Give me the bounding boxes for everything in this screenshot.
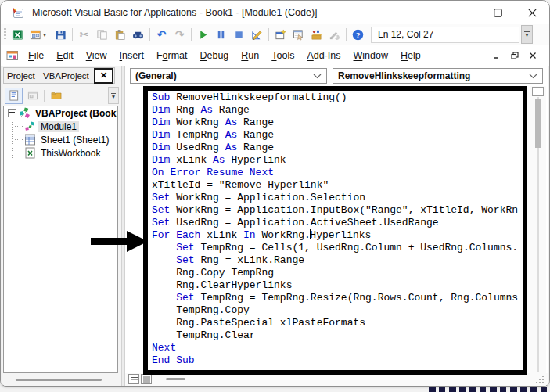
menu-item-run[interactable]: Run [235,47,265,64]
object-browser-button[interactable] [308,27,325,43]
code-line-15: Rng.Copy TempRng [152,267,523,279]
code-line-21: Next [152,342,523,354]
toolbar-separator [268,28,269,41]
tree-item-label: Sheet1 (Sheet1) [38,135,111,146]
toolbar-separator [49,28,49,41]
scrollbar-thumb[interactable] [166,378,185,380]
code-line-22: End Sub [152,354,523,367]
code-line-7: On Error Resume Next [152,167,523,179]
project-toolbar-options-button[interactable]: ▼ [108,87,119,104]
tree-item-thisworkbook[interactable]: ThisWorkbook [4,146,117,160]
view-object-button[interactable] [24,88,41,103]
toggle-folders-button[interactable] [48,88,64,103]
menu-bar: FileEditViewInsertFormatDebugRunToolsAdd… [1,45,549,67]
code-window-bottom-bar [125,373,548,386]
resize-grip[interactable] [536,376,545,383]
help-button[interactable]: ? [350,27,366,43]
sheet-icon [24,134,36,146]
toolbar-grip[interactable] [4,28,6,41]
menu-item-edit[interactable]: Edit [50,47,80,64]
title-bar: Microsoft Visual Basic for Applications … [1,1,549,24]
project-panel-header[interactable]: Project - VBAProject ✕ [3,67,115,84]
view-microsoft-excel-icon [12,29,23,41]
menu-item-tools[interactable]: Tools [265,47,300,64]
toolbar-options-button[interactable]: ▼ [521,25,533,44]
minimize-button[interactable] [446,1,480,24]
redo-button[interactable]: ↷ [171,27,188,43]
break-icon [215,29,227,41]
code-line-18: TempRng.Copy [152,304,523,317]
view-microsoft-excel-button[interactable] [9,27,26,43]
procedure-view-button[interactable] [128,374,139,384]
child-close-button[interactable] [526,49,540,63]
chevron-down-icon [313,70,322,81]
object-browser-icon [311,29,322,41]
run-macro-button[interactable] [195,27,211,43]
cursor-position-label: Ln 12, Col 27 [378,29,433,40]
code-line-16: Rng.ClearHyperlinks [152,279,523,292]
child-restore-button[interactable] [508,49,522,63]
code-line-1: Sub RemoveHlinkskeepformatting() [152,92,523,104]
scrollbar-thumb[interactable] [535,99,541,148]
design-mode-icon [251,29,263,41]
child-minimize-button[interactable] [490,49,504,63]
cut-button[interactable]: ✂ [76,27,92,43]
toolbox-button[interactable] [326,27,343,43]
code-line-17: Set TempRng = TempRng.Resize(Rng.Rows.Co… [152,292,523,304]
paste-button[interactable] [112,27,128,43]
menu-item-window[interactable]: Window [347,47,394,64]
menu-item-help[interactable]: Help [394,47,427,64]
design-mode-button[interactable] [249,27,265,43]
vba-app-icon [12,6,25,20]
properties-window-button[interactable] [290,27,307,43]
code-line-8: xTitleId = "Remove Hyperlink" [152,179,523,192]
menu-item-file[interactable]: File [22,47,50,64]
code-line-2: Dim Rng As Range [152,104,523,117]
full-module-view-button[interactable] [141,374,152,384]
dropdown-arrow-icon[interactable]: ▾ [43,31,46,38]
svg-text:?: ? [356,31,361,39]
menu-item-view[interactable]: View [80,47,113,64]
object-dropdown[interactable]: (General) [130,68,327,84]
maximize-button[interactable] [480,1,515,24]
annotation-arrow [91,231,148,252]
standard-toolbar: ▾✂↶↷? Ln 12, Col 27 ▼ [1,24,549,45]
split-handle[interactable] [532,87,544,96]
menu-item-addins[interactable]: Add-Ins [300,47,347,64]
tree-expander-minus[interactable] [8,109,16,117]
project-explorer-panel: Project - VBAProject ✕ ▼ VBAProject (Boo… [2,66,121,386]
project-explorer-icon [275,29,286,41]
view-code-icon [9,90,20,101]
child-minimize-icon [493,52,501,59]
copy-button[interactable] [94,27,110,43]
tree-item-sheet1-sheet1[interactable]: Sheet1 (Sheet1) [4,133,117,146]
menu-item-debug[interactable]: Debug [193,47,235,64]
insert-userform-button[interactable] [27,27,44,43]
project-explorer-button[interactable] [272,27,289,43]
module-window-icon[interactable] [6,49,19,62]
vba-editor-window: Microsoft Visual Basic for Applications … [0,0,550,387]
scrollbar-thumb[interactable] [16,379,102,381]
project-panel-close-button[interactable]: ✕ [94,68,113,84]
reset-button[interactable] [231,27,247,43]
tree-item-vbaproject-book1[interactable]: VBAProject (Book1) [4,106,117,120]
save-button[interactable] [52,27,69,43]
break-button[interactable] [213,27,229,43]
horizontal-scrollbar[interactable] [156,373,525,385]
toolbar-separator [149,28,150,41]
code-line-11: Set UsedRng = Application.ActiveSheet.Us… [152,217,523,229]
procedure-dropdown[interactable]: RemoveHlinkskeepformatting [333,68,543,84]
child-close-icon [529,52,537,59]
view-code-button[interactable] [5,88,23,104]
close-button[interactable] [515,1,549,24]
find-button[interactable] [130,27,146,43]
menu-item-insert[interactable]: Insert [113,47,150,64]
code-line-3: Dim WorkRng As Range [152,117,523,129]
menu-item-format[interactable]: Format [150,47,194,64]
code-line-20: TempRng.Clear [152,329,523,342]
project-horizontal-scrollbar[interactable] [5,376,115,383]
code-editor-area[interactable]: Sub RemoveHlinkskeepformatting()Dim Rng … [148,89,523,372]
undo-button[interactable]: ↶ [153,27,170,43]
tree-item-module1[interactable]: Module1 [4,120,117,133]
vertical-scrollbar[interactable] [530,86,546,375]
